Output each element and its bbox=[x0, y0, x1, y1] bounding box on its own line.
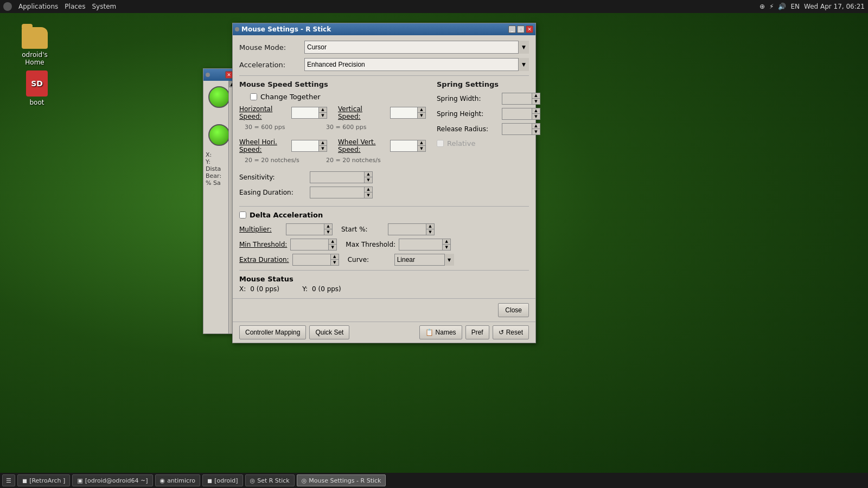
multiplier-input-group[interactable]: 2.00x ▲ ▼ bbox=[286, 223, 333, 235]
pref-button[interactable]: Pref bbox=[465, 325, 489, 339]
h-speed-input[interactable]: 30 bbox=[291, 107, 318, 119]
wheel-v-input[interactable]: 20 bbox=[390, 140, 417, 152]
desktop-icon-boot[interactable]: SD boot bbox=[15, 70, 59, 106]
max-threshold-down[interactable]: ▼ bbox=[443, 245, 450, 250]
max-threshold-arrows[interactable]: ▲ ▼ bbox=[442, 239, 451, 251]
show-desktop-button[interactable]: ☰ bbox=[2, 474, 15, 486]
mouse-mode-select[interactable]: Cursor bbox=[304, 41, 529, 54]
release-radius-up[interactable]: ▲ bbox=[532, 124, 540, 129]
spring-height-down[interactable]: ▼ bbox=[532, 114, 540, 119]
minimize-button[interactable]: _ bbox=[508, 25, 516, 33]
spring-width-spinbox[interactable]: 0 ▲ ▼ bbox=[502, 93, 540, 105]
extra-duration-input[interactable]: 0.10 s bbox=[292, 254, 330, 266]
v-speed-spinbox[interactable]: 30 ▲ ▼ bbox=[390, 107, 426, 119]
extra-duration-arrows[interactable]: ▲ ▼ bbox=[330, 254, 339, 266]
extra-duration-input-group[interactable]: 0.10 s ▲ ▼ bbox=[292, 254, 339, 266]
menu-system[interactable]: System bbox=[92, 3, 116, 10]
wheel-h-input[interactable]: 20 bbox=[291, 140, 318, 152]
min-threshold-input-group[interactable]: 10.00% ▲ ▼ bbox=[290, 239, 337, 251]
min-threshold-down[interactable]: ▼ bbox=[329, 245, 336, 250]
multiplier-arrows[interactable]: ▲ ▼ bbox=[324, 223, 333, 235]
window-controls[interactable]: _ □ ✕ bbox=[508, 25, 533, 33]
h-speed-up[interactable]: ▲ bbox=[319, 107, 327, 113]
controller-mapping-button[interactable]: Controller Mapping bbox=[239, 325, 306, 339]
extra-duration-up[interactable]: ▲ bbox=[331, 254, 339, 260]
close-button[interactable]: ✕ bbox=[225, 71, 233, 79]
sensitivity-up[interactable]: ▲ bbox=[365, 172, 372, 177]
sensitivity-down[interactable]: ▼ bbox=[365, 177, 372, 183]
taskbar-set-r-stick[interactable]: ◎ Set R Stick bbox=[245, 474, 295, 486]
sensitivity-arrows[interactable]: ▲ ▼ bbox=[364, 171, 373, 183]
easing-up[interactable]: ▲ bbox=[365, 187, 372, 192]
maximize-button[interactable]: □ bbox=[517, 25, 525, 33]
h-speed-spinbox[interactable]: 30 ▲ ▼ bbox=[291, 107, 327, 119]
easing-down[interactable]: ▼ bbox=[365, 192, 372, 198]
reset-button[interactable]: ↺ Reset bbox=[493, 325, 529, 339]
start-pct-input[interactable]: 0.00% bbox=[388, 223, 426, 235]
min-threshold-input[interactable]: 10.00% bbox=[290, 239, 328, 251]
max-threshold-input-group[interactable]: 100.00% ▲ ▼ bbox=[399, 239, 451, 251]
v-speed-input[interactable]: 30 bbox=[390, 107, 417, 119]
release-radius-input[interactable]: 0% bbox=[502, 123, 532, 135]
easing-input[interactable]: 0.50 s bbox=[310, 187, 364, 198]
wheel-h-spinbox[interactable]: 20 ▲ ▼ bbox=[291, 140, 327, 152]
min-threshold-arrows[interactable]: ▲ ▼ bbox=[328, 239, 337, 251]
desktop-icon-home[interactable]: odroid's Home bbox=[13, 27, 56, 66]
start-pct-input-group[interactable]: 0.00% ▲ ▼ bbox=[388, 223, 435, 235]
sensitivity-input[interactable]: 1.000 bbox=[310, 171, 364, 183]
spring-width-up[interactable]: ▲ bbox=[532, 93, 540, 99]
taskbar-terminal[interactable]: ▣ [odroid@odroid64 ~] bbox=[72, 474, 152, 486]
mouse-mode-select-wrapper[interactable]: Cursor ▼ bbox=[304, 41, 529, 54]
relative-checkbox[interactable] bbox=[437, 140, 444, 147]
taskbar-odroid[interactable]: ◼ [odroid] bbox=[202, 474, 243, 486]
start-pct-down[interactable]: ▼ bbox=[426, 229, 434, 235]
curve-select-wrapper[interactable]: Linear ▼ bbox=[394, 254, 454, 266]
release-radius-spinbox[interactable]: 0% ▲ ▼ bbox=[502, 123, 540, 135]
h-speed-arrows[interactable]: ▲ ▼ bbox=[318, 107, 327, 119]
h-speed-down[interactable]: ▼ bbox=[319, 113, 327, 118]
max-threshold-up[interactable]: ▲ bbox=[443, 239, 450, 245]
wheel-h-arrows[interactable]: ▲ ▼ bbox=[318, 140, 327, 152]
start-pct-up[interactable]: ▲ bbox=[426, 224, 434, 229]
change-together-checkbox[interactable] bbox=[250, 93, 257, 100]
taskbar-antimicro[interactable]: ◉ antimicro bbox=[155, 474, 201, 486]
close-button[interactable]: ✕ bbox=[526, 25, 533, 33]
curve-select[interactable]: Linear bbox=[394, 254, 454, 266]
multiplier-input[interactable]: 2.00x bbox=[286, 223, 324, 235]
extra-duration-down[interactable]: ▼ bbox=[331, 260, 339, 265]
multiplier-up[interactable]: ▲ bbox=[324, 224, 332, 229]
v-speed-arrows[interactable]: ▲ ▼ bbox=[417, 107, 426, 119]
spring-width-input[interactable]: 0 bbox=[502, 93, 532, 105]
v-speed-down[interactable]: ▼ bbox=[418, 113, 425, 118]
spring-height-input[interactable]: 0 bbox=[502, 108, 532, 120]
wheel-v-down[interactable]: ▼ bbox=[418, 146, 425, 151]
wheel-h-up[interactable]: ▲ bbox=[319, 140, 327, 146]
sensitivity-input-group[interactable]: 1.000 ▲ ▼ bbox=[310, 171, 373, 183]
spring-width-down[interactable]: ▼ bbox=[532, 99, 540, 104]
release-radius-down[interactable]: ▼ bbox=[532, 129, 540, 134]
delta-checkbox[interactable] bbox=[239, 211, 246, 219]
acceleration-select-wrapper[interactable]: Enhanced Precision ▼ bbox=[304, 58, 529, 71]
easing-input-group[interactable]: 0.50 s ▲ ▼ bbox=[310, 187, 373, 198]
multiplier-down[interactable]: ▼ bbox=[324, 229, 332, 235]
close-dialog-button[interactable]: Close bbox=[498, 303, 529, 317]
acceleration-select[interactable]: Enhanced Precision bbox=[304, 58, 529, 71]
v-speed-up[interactable]: ▲ bbox=[418, 107, 425, 113]
start-pct-arrows[interactable]: ▲ ▼ bbox=[426, 223, 435, 235]
min-threshold-up[interactable]: ▲ bbox=[329, 239, 336, 245]
names-button[interactable]: 📋 Names bbox=[419, 325, 462, 339]
quick-set-button[interactable]: Quick Set bbox=[309, 325, 349, 339]
taskbar-retroarch[interactable]: ◼ [RetroArch ] bbox=[17, 474, 70, 486]
release-radius-arrows[interactable]: ▲ ▼ bbox=[532, 123, 540, 135]
max-threshold-input[interactable]: 100.00% bbox=[399, 239, 442, 251]
wheel-v-spinbox[interactable]: 20 ▲ ▼ bbox=[390, 140, 426, 152]
menu-places[interactable]: Places bbox=[65, 3, 85, 10]
spring-height-up[interactable]: ▲ bbox=[532, 108, 540, 114]
menu-applications[interactable]: Applications bbox=[18, 3, 58, 10]
wheel-v-up[interactable]: ▲ bbox=[418, 140, 425, 146]
wheel-v-arrows[interactable]: ▲ ▼ bbox=[417, 140, 426, 152]
taskbar-menu[interactable]: Applications Places System bbox=[3, 2, 116, 11]
spring-width-arrows[interactable]: ▲ ▼ bbox=[532, 93, 540, 105]
spring-height-spinbox[interactable]: 0 ▲ ▼ bbox=[502, 108, 540, 120]
spring-height-arrows[interactable]: ▲ ▼ bbox=[532, 108, 540, 120]
